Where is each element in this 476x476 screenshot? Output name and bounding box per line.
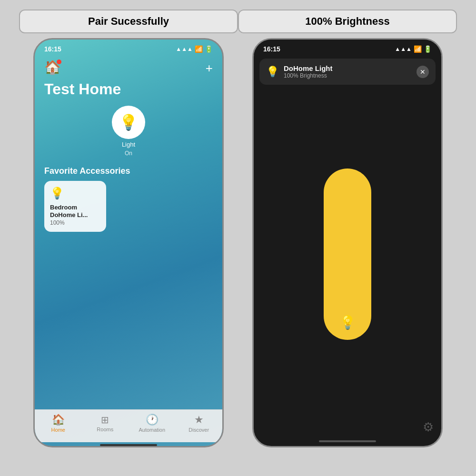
home-header: 🏠 + (44, 60, 213, 77)
device-header-text: DoHome Light 100% Brightness (284, 64, 412, 79)
right-panel: 100% Brightness 16:15 ▲▲▲ 📶 🔋 💡 DoHome L… (238, 10, 457, 447)
tab-discover-label: Discover (188, 427, 209, 433)
fav-card[interactable]: 💡 Bedroom DoHome Li... 100% (44, 181, 106, 232)
device-brightness-label: 100% Brightness (284, 72, 412, 79)
left-phone: 16:15 ▲▲▲ 📶 🔋 🏠 + Test Home 💡 (33, 38, 224, 447)
home-title: Test Home (44, 80, 213, 98)
close-button[interactable]: ✕ (416, 66, 429, 78)
home-icon-wrap[interactable]: 🏠 (44, 60, 61, 77)
brightness-area: 💡 (254, 89, 441, 420)
right-time: 16:15 (263, 45, 280, 53)
device-header-light-icon: 💡 (266, 66, 279, 78)
add-button[interactable]: + (206, 61, 213, 76)
wifi-icon: 📶 (195, 45, 203, 53)
left-status-icons: ▲▲▲ 📶 🔋 (176, 45, 213, 53)
battery-icon: 🔋 (205, 45, 213, 53)
favorites-section-title: Favorite Accessories (44, 166, 213, 176)
right-panel-title: 100% Brightness (238, 10, 457, 33)
brightness-slider[interactable]: 💡 (324, 169, 371, 340)
settings-area: ⚙ (254, 420, 441, 438)
right-signal-icon: ▲▲▲ (395, 46, 412, 52)
light-circle-button[interactable]: 💡 (112, 106, 145, 139)
fav-card-name-line2: DoHome Li... (50, 211, 100, 219)
tab-home-icon: 🏠 (52, 414, 65, 426)
left-panel-title: Pair Sucessfully (19, 10, 238, 33)
light-status: On (125, 150, 132, 157)
notification-dot (57, 60, 61, 64)
tab-rooms-icon: ⊞ (101, 414, 109, 426)
light-accessory: 💡 Light On (44, 106, 213, 157)
light-label: Light (122, 141, 135, 148)
left-status-bar: 16:15 ▲▲▲ 📶 🔋 (35, 40, 222, 55)
settings-icon[interactable]: ⚙ (423, 420, 434, 435)
fav-card-percent: 100% (50, 219, 100, 226)
left-main-content: 🏠 + Test Home 💡 Light On Favorite Access… (35, 55, 222, 409)
tab-home[interactable]: 🏠 Home (41, 414, 75, 433)
device-name: DoHome Light (284, 64, 412, 72)
tab-automation[interactable]: 🕐 Automation (135, 414, 169, 433)
slider-light-icon: 💡 (339, 315, 356, 330)
device-header-card: 💡 DoHome Light 100% Brightness ✕ (259, 59, 436, 85)
fav-card-name-line1: Bedroom (50, 204, 100, 211)
tab-automation-icon: 🕐 (146, 414, 159, 426)
left-time: 16:15 (44, 45, 61, 53)
fav-card-icon: 💡 (50, 187, 100, 200)
tab-bar: 🏠 Home ⊞ Rooms 🕐 Automation ★ Discover (35, 409, 222, 442)
tab-discover[interactable]: ★ Discover (182, 414, 216, 433)
signal-icon: ▲▲▲ (176, 46, 193, 52)
home-indicator-right (319, 440, 376, 442)
right-status-bar: 16:15 ▲▲▲ 📶 🔋 (254, 40, 441, 55)
right-status-icons: ▲▲▲ 📶 🔋 (395, 45, 432, 53)
tab-automation-label: Automation (139, 427, 165, 433)
left-panel: Pair Sucessfully 16:15 ▲▲▲ 📶 🔋 🏠 + Test … (19, 10, 238, 447)
right-battery-icon: 🔋 (424, 45, 432, 53)
tab-home-label: Home (51, 427, 65, 433)
tab-discover-icon: ★ (194, 414, 204, 426)
right-wifi-icon: 📶 (414, 45, 422, 53)
home-indicator-left (100, 444, 157, 446)
close-icon: ✕ (420, 68, 426, 76)
tab-rooms-label: Rooms (97, 426, 113, 432)
right-phone: 16:15 ▲▲▲ 📶 🔋 💡 DoHome Light 100% Bright… (252, 38, 443, 447)
tab-rooms[interactable]: ⊞ Rooms (89, 414, 122, 432)
